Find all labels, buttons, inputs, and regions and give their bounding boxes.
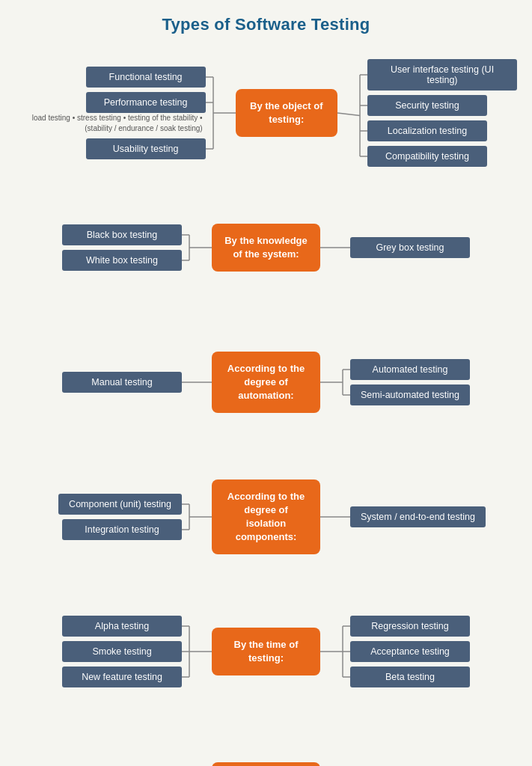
center-box: According to the degree of isolation com… bbox=[212, 479, 320, 555]
left-node: Black box testing bbox=[62, 224, 182, 245]
left-node: Functional testing bbox=[86, 67, 206, 88]
right-node: System / end-to-end testing bbox=[350, 506, 486, 527]
center-box: By the time of testing: bbox=[212, 628, 320, 675]
right-node: Security testing bbox=[367, 95, 487, 116]
right-node: Grey box testing bbox=[350, 237, 470, 258]
section-row: Manual testingAccording to the degree of… bbox=[7, 326, 525, 438]
sub-text: load testing • stress testing • testing … bbox=[7, 113, 206, 134]
left-node: New feature testing bbox=[62, 667, 182, 687]
right-connector bbox=[320, 192, 350, 304]
left-connector bbox=[182, 595, 212, 708]
right-node: Compatibility testing bbox=[367, 146, 487, 167]
left-connector bbox=[206, 57, 236, 169]
right-node: Automated testing bbox=[350, 359, 470, 380]
right-connector bbox=[320, 461, 350, 573]
left-connector bbox=[182, 461, 212, 573]
right-connector bbox=[320, 595, 350, 708]
center-box: According to the degree of automation: bbox=[212, 352, 320, 414]
right-connector bbox=[320, 730, 350, 766]
diagram: Functional testingPerformance testingloa… bbox=[7, 57, 525, 766]
left-connector bbox=[182, 730, 212, 766]
right-node: Beta testing bbox=[350, 667, 470, 687]
right-node: Localization testing bbox=[367, 120, 487, 141]
section-row: Component (unit) testingIntegration test… bbox=[7, 461, 525, 573]
left-connector bbox=[182, 326, 212, 438]
left-node: Component (unit) testing bbox=[58, 494, 182, 515]
left-node: Manual testing bbox=[62, 372, 182, 393]
left-node: White box testing bbox=[62, 250, 182, 271]
section-row: Alpha testingSmoke testingNew feature te… bbox=[7, 595, 525, 708]
left-node: Usability testing bbox=[86, 138, 206, 159]
left-node: Alpha testing bbox=[62, 616, 182, 637]
section-row: Positive testingBy the basis of positive… bbox=[7, 730, 525, 766]
left-node: Performance testing bbox=[86, 92, 206, 113]
right-node: Acceptance testing bbox=[350, 641, 470, 662]
page-title: Types of Software Testing bbox=[7, 15, 525, 34]
right-node: Semi-automated testing bbox=[350, 384, 470, 405]
center-box: By the object of testing: bbox=[236, 89, 337, 137]
center-box: By the basis of positive scenario: bbox=[212, 762, 320, 766]
left-connector bbox=[182, 192, 212, 304]
left-node: Integration testing bbox=[62, 519, 182, 540]
svg-line-10 bbox=[337, 113, 360, 116]
section-row: Functional testingPerformance testingloa… bbox=[7, 57, 525, 169]
left-node: Smoke testing bbox=[62, 641, 182, 662]
right-connector bbox=[320, 326, 350, 438]
right-connector bbox=[337, 57, 367, 169]
right-node: Regression testing bbox=[350, 616, 470, 637]
section-row: Black box testingWhite box testingBy the… bbox=[7, 192, 525, 304]
center-box: By the knowledge of the system: bbox=[212, 224, 320, 272]
right-node: User interface testing (UI testing) bbox=[367, 59, 517, 91]
